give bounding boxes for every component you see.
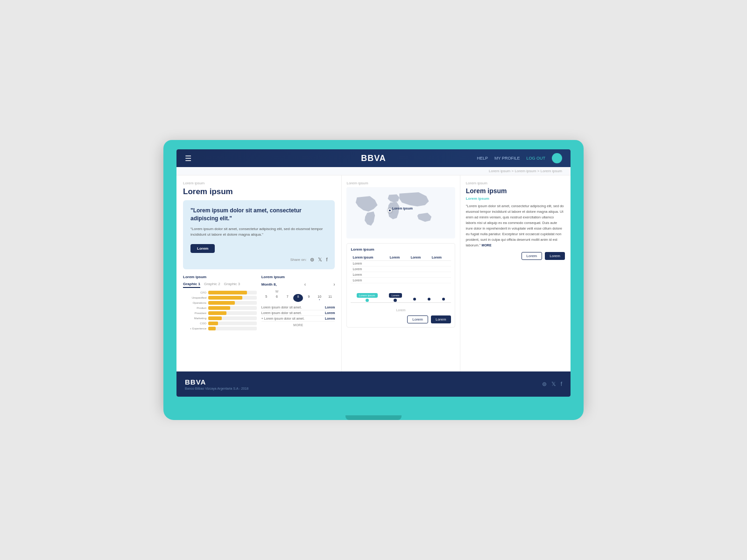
- share-label: Share on:: [290, 258, 307, 262]
- tooltip-bubble-dark: Lorem: [389, 293, 402, 298]
- bar-row: Operations: [183, 301, 257, 305]
- footer-facebook-icon[interactable]: f: [561, 381, 562, 387]
- bar-row: Marketing: [183, 316, 257, 320]
- table-row: Lorem: [351, 272, 451, 278]
- table-row: Lorem: [351, 278, 451, 283]
- calendar-title: Lorem ipsum: [261, 275, 335, 279]
- article-body: "Lorem ipsum dolor sit amet, consectetur…: [466, 203, 565, 248]
- bar-chart: CFO Unspecified Operations Product Presi…: [183, 291, 257, 330]
- main-content: Lorem ipsum Lorem ipsum "Lorem ipsum dol…: [176, 175, 571, 371]
- dot-item-2: Lorem: [389, 293, 402, 302]
- map-section-label: Lorem ipsum: [346, 181, 455, 185]
- article-sub: Lorem ipsum: [466, 196, 565, 201]
- article-more-link[interactable]: MORE: [482, 244, 492, 247]
- left-section-title: Lorem ipsum: [183, 187, 335, 196]
- bar-row: Unspecified: [183, 296, 257, 300]
- calendar-items: Lorem ipsum dolor sit amet. Lorem Lorem …: [261, 305, 335, 322]
- chart-panel-title: Lorem ipsum: [183, 275, 257, 279]
- tab-graphic3[interactable]: Graphic 3: [224, 282, 240, 288]
- bar-row: Product: [183, 306, 257, 310]
- data-table-card: Lorem ipsum Lorem ipsum Lorem Lorem Lore…: [346, 243, 455, 328]
- hamburger-icon[interactable]: ☰: [185, 154, 191, 163]
- data-table: Lorem ipsum Lorem Lorem Lorem Lorem Lore…: [351, 254, 451, 283]
- bar-row: + Experience: [183, 327, 257, 330]
- table-header-1: Lorem ipsum: [351, 254, 388, 261]
- right-column: Lorem ipsum Lorem ipsum Lorem ipsum "Lor…: [460, 175, 571, 371]
- cal-prev[interactable]: ‹: [304, 282, 306, 287]
- left-section-label: Lorem ipsum: [183, 181, 335, 185]
- laptop-base: [163, 410, 584, 420]
- right-buttons: Lorem Lorem: [466, 252, 565, 260]
- table-row: Lorem: [351, 261, 451, 266]
- calendar-item: Lorem ipsum dolor sit amet. Lorem: [261, 310, 335, 316]
- footer-icons: ⊚ 𝕏 f: [542, 381, 562, 387]
- footer: BBVA Banco Bilbao Vizcaya Argentaria S.A…: [176, 371, 571, 397]
- nav-links: HELP MY PROFILE LOG OUT: [477, 153, 562, 163]
- footer-copy: Banco Bilbao Vizcaya Argentaria S.A - 20…: [185, 387, 248, 390]
- chart-btn-solid[interactable]: Lorem: [431, 315, 451, 323]
- footer-left: BBVA Banco Bilbao Vizcaya Argentaria S.A…: [185, 378, 248, 390]
- nav-avatar[interactable]: [552, 153, 562, 163]
- footer-twitter-icon[interactable]: 𝕏: [551, 381, 556, 387]
- tab-graphic2[interactable]: Graphic 2: [204, 282, 220, 288]
- navbar: ☰ BBVA HELP MY PROFILE LOG OUT: [176, 149, 571, 167]
- right-section-label: Lorem ipsum: [466, 181, 565, 185]
- bar-row: President: [183, 311, 257, 315]
- nav-help-link[interactable]: HELP: [477, 156, 488, 161]
- cal-next[interactable]: ›: [333, 282, 335, 287]
- calendar-month: Month 8,: [261, 282, 277, 287]
- tooltip-bubble-light: Lorem ipsum: [357, 293, 378, 298]
- table-row: Lorem: [351, 266, 451, 272]
- calendar-header: Month 8, ‹ ›: [261, 282, 335, 287]
- screen-bezel: ☰ BBVA HELP MY PROFILE LOG OUT Lorem ips…: [163, 140, 584, 410]
- mid-column: Lorem ipsum: [342, 175, 460, 371]
- share-row: Share on: ⊚ 𝕏 f: [190, 257, 327, 263]
- footer-instagram-icon[interactable]: ⊚: [542, 381, 547, 387]
- chart-btn-outline[interactable]: Lorem: [407, 315, 428, 323]
- twitter-icon[interactable]: 𝕏: [318, 257, 322, 263]
- calendar-panel: Lorem ipsum Month 8, ‹ › W: [261, 275, 335, 332]
- quote-button[interactable]: Lorem: [190, 244, 215, 253]
- breadcrumb: Lorem ipsum > Lorem ipsum > Lorem ipsum: [176, 167, 571, 175]
- map-marker: [388, 209, 392, 212]
- bar-row: COO: [183, 322, 257, 325]
- dot-chart-label: Lorem: [351, 308, 451, 312]
- laptop-shell: ☰ BBVA HELP MY PROFILE LOG OUT Lorem ips…: [163, 140, 584, 420]
- quote-sub: "Lorem ipsum dolor sit amet, consectetur…: [190, 226, 327, 238]
- instagram-icon[interactable]: ⊚: [310, 257, 314, 263]
- charts-row: Lorem ipsum Graphic 1 Graphic 2 Graphic …: [183, 275, 335, 332]
- dot-chart-container: Lorem ipsum Lorem: [351, 288, 451, 312]
- nav-logo: BBVA: [361, 154, 386, 163]
- article-title: Lorem ipsum: [466, 187, 565, 195]
- bar-chart-panel: Lorem ipsum Graphic 1 Graphic 2 Graphic …: [183, 275, 257, 332]
- quote-card: "Lorem ipsum dolor sit amet, consectetur…: [183, 200, 335, 269]
- table-header-2: Lorem: [388, 254, 409, 261]
- facebook-icon[interactable]: f: [326, 257, 327, 262]
- table-header-3: Lorem: [409, 254, 430, 261]
- nav-logout-link[interactable]: LOG OUT: [526, 156, 545, 161]
- right-btn-solid[interactable]: Lorem: [545, 252, 565, 260]
- nav-profile-link[interactable]: MY PROFILE: [494, 156, 520, 161]
- calendar-grid: W 5 6 7 8 9 10: [261, 290, 335, 302]
- screen: ☰ BBVA HELP MY PROFILE LOG OUT Lorem ips…: [176, 149, 571, 397]
- bar-row: CFO: [183, 291, 257, 294]
- calendar-item: Lorem ipsum dolor sit amet. Lorem: [261, 305, 335, 310]
- dot-item-1: Lorem ipsum: [357, 293, 378, 302]
- world-map: Lorem ipsum: [346, 187, 455, 238]
- calendar-more[interactable]: MORE: [261, 323, 335, 327]
- chart-buttons: Lorem Lorem: [351, 315, 451, 323]
- left-column: Lorem ipsum Lorem ipsum "Lorem ipsum dol…: [176, 175, 342, 371]
- table-section-title: Lorem ipsum: [351, 247, 451, 252]
- right-btn-outline[interactable]: Lorem: [521, 252, 543, 260]
- calendar-item: + Lorem ipsum dolor sit amet. Lorem: [261, 316, 335, 322]
- footer-logo: BBVA: [185, 378, 248, 386]
- quote-text: "Lorem ipsum dolor sit amet, consectetur…: [190, 207, 327, 223]
- table-header-4: Lorem: [430, 254, 451, 261]
- map-marker-label: Lorem ipsum: [392, 207, 413, 210]
- tab-graphic1[interactable]: Graphic 1: [183, 282, 200, 288]
- graphic-tabs: Graphic 1 Graphic 2 Graphic 3: [183, 282, 257, 288]
